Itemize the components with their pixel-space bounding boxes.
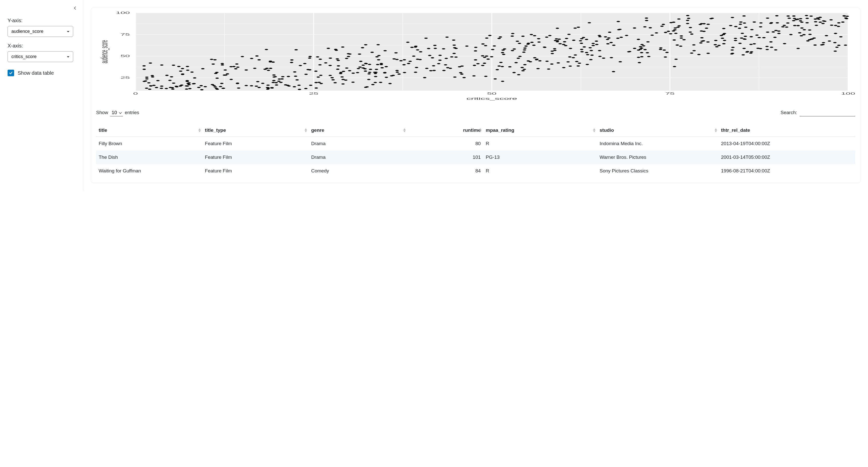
svg-point-617 — [484, 76, 488, 77]
svg-point-290 — [796, 19, 799, 20]
svg-point-282 — [521, 36, 525, 37]
svg-point-444 — [485, 56, 488, 57]
svg-point-53 — [364, 70, 367, 72]
svg-point-526 — [406, 42, 409, 43]
svg-point-299 — [275, 84, 278, 86]
svg-point-560 — [833, 42, 836, 43]
svg-point-164 — [446, 67, 450, 68]
svg-point-524 — [255, 86, 258, 87]
svg-point-479 — [612, 45, 615, 46]
svg-point-472 — [181, 68, 184, 69]
svg-point-227 — [535, 59, 538, 60]
svg-point-428 — [493, 46, 496, 47]
sidebar-collapse-button[interactable] — [71, 4, 79, 11]
svg-point-635 — [188, 88, 191, 89]
datatable-length: Show 10 entries — [96, 109, 139, 116]
svg-text:25: 25 — [309, 92, 318, 95]
svg-point-640 — [180, 85, 183, 86]
svg-point-516 — [367, 73, 371, 75]
svg-point-186 — [299, 65, 302, 66]
column-header-genre[interactable]: genre — [309, 124, 407, 137]
svg-point-374 — [723, 40, 726, 41]
svg-point-177 — [590, 50, 593, 51]
svg-point-151 — [579, 40, 582, 41]
svg-point-99 — [783, 43, 786, 44]
svg-point-461 — [787, 18, 791, 19]
svg-point-379 — [515, 62, 518, 63]
svg-point-230 — [518, 43, 521, 44]
svg-point-266 — [290, 59, 293, 61]
svg-point-241 — [533, 57, 536, 59]
svg-point-109 — [647, 56, 651, 57]
svg-point-440 — [585, 39, 588, 40]
column-header-title[interactable]: title — [96, 124, 203, 137]
svg-point-351 — [510, 36, 514, 37]
svg-point-402 — [825, 35, 828, 36]
svg-point-257 — [199, 85, 203, 86]
svg-point-552 — [637, 39, 640, 40]
svg-point-259 — [608, 32, 611, 33]
svg-point-315 — [511, 33, 514, 34]
svg-point-642 — [837, 45, 840, 46]
svg-point-181 — [673, 39, 676, 41]
svg-point-359 — [633, 48, 636, 49]
column-header-runtime[interactable]: runtime — [407, 124, 483, 137]
svg-point-172 — [818, 22, 822, 23]
svg-point-277 — [473, 65, 476, 66]
svg-point-405 — [403, 72, 406, 73]
svg-point-264 — [759, 23, 763, 24]
svg-point-439 — [145, 78, 148, 80]
svg-point-203 — [640, 56, 644, 57]
svg-point-175 — [185, 80, 189, 81]
column-header-mpaa_rating[interactable]: mpaa_rating — [483, 124, 597, 137]
y-axis-select[interactable] — [7, 26, 73, 37]
sort-icon — [715, 128, 717, 132]
svg-point-436 — [345, 67, 348, 69]
cell-runtime: 101 — [407, 150, 483, 164]
dt-search-input[interactable] — [800, 109, 855, 116]
svg-point-534 — [319, 83, 323, 84]
svg-point-353 — [327, 48, 330, 49]
svg-point-139 — [316, 56, 319, 58]
svg-point-45 — [250, 58, 253, 59]
sort-icon — [305, 128, 307, 132]
svg-point-457 — [715, 46, 718, 48]
svg-point-64 — [800, 22, 803, 23]
column-header-thtr_rel_date[interactable]: thtr_rel_date — [719, 124, 856, 137]
svg-point-204 — [617, 29, 620, 30]
svg-point-331 — [371, 84, 374, 85]
svg-point-572 — [344, 80, 347, 81]
svg-point-138 — [308, 58, 311, 59]
svg-point-112 — [341, 47, 344, 48]
svg-point-568 — [690, 53, 693, 54]
svg-point-176 — [692, 45, 695, 46]
svg-point-655 — [558, 43, 562, 45]
svg-point-202 — [329, 65, 332, 66]
x-axis-select[interactable] — [7, 51, 73, 62]
svg-point-58 — [245, 85, 248, 86]
svg-point-557 — [213, 59, 217, 60]
svg-point-281 — [303, 63, 306, 64]
svg-point-550 — [160, 88, 163, 89]
svg-point-221 — [348, 54, 351, 55]
show-table-checkbox[interactable] — [7, 70, 14, 76]
svg-point-306 — [562, 44, 565, 45]
datatable-search: Search: — [781, 109, 855, 116]
svg-text:0: 0 — [133, 92, 138, 95]
svg-point-430 — [524, 46, 528, 47]
svg-point-125 — [792, 20, 795, 22]
column-header-studio[interactable]: studio — [597, 124, 718, 137]
svg-point-445 — [407, 63, 410, 64]
show-table-label[interactable]: Show data table — [18, 70, 54, 76]
svg-point-442 — [812, 37, 816, 39]
svg-point-358 — [269, 68, 272, 69]
dt-length-select[interactable]: 10 — [110, 109, 123, 116]
svg-point-312 — [425, 68, 429, 69]
svg-point-349 — [609, 42, 613, 43]
svg-point-488 — [487, 59, 490, 60]
svg-point-591 — [329, 58, 332, 59]
svg-point-158 — [722, 28, 725, 29]
svg-point-475 — [339, 72, 342, 73]
svg-text:critics_score: critics_score — [467, 97, 517, 100]
column-header-title_type[interactable]: title_type — [203, 124, 309, 137]
